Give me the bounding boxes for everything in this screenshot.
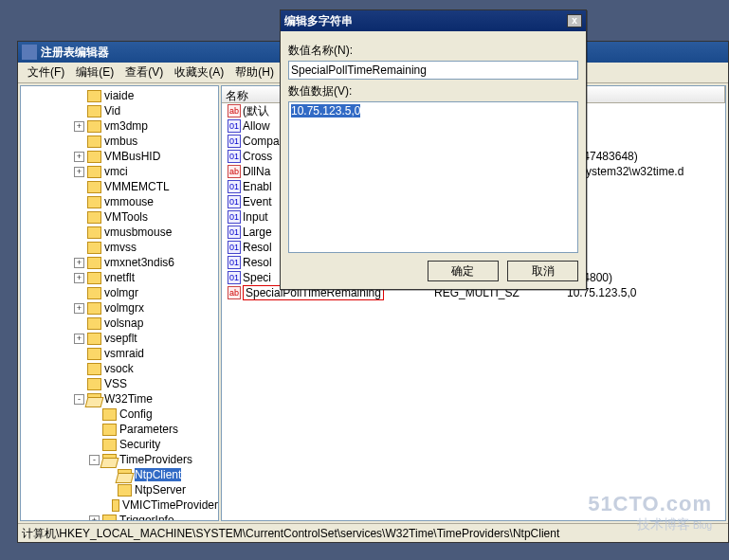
value-data: (1) [563,210,725,224]
tree-label: vsepflt [104,332,137,345]
tree-item[interactable]: volsnap [21,316,218,331]
tree-item[interactable]: Security [21,437,218,452]
expand-icon[interactable]: + [74,273,84,283]
folder-icon [118,484,132,497]
folder-icon [87,242,101,254]
expand-icon[interactable]: + [74,152,84,162]
expand-icon[interactable]: + [74,121,84,132]
cancel-button[interactable]: 取消 [507,261,578,281]
tree-item[interactable]: +vmxnet3ndis6 [21,255,218,270]
menu-edit[interactable]: 编辑(E) [70,63,119,82]
folder-icon [87,393,101,406]
tree-item[interactable]: vmmouse [21,194,218,209]
value-name: Cross [243,150,272,163]
expand-icon[interactable]: + [74,258,84,268]
collapse-icon[interactable]: - [89,455,100,465]
tree-item[interactable]: vsmraid [21,346,218,361]
tree-label: NtpClient [135,468,181,481]
value-data: (2147483648) [563,150,725,163]
menu-file[interactable]: 文件(F) [22,63,70,82]
folder-icon [87,151,101,163]
registry-tree[interactable]: viaideVid+vm3dmpvmbus+VMBusHID+vmciVMMEM… [20,85,219,521]
value-data: (1) [563,195,725,208]
tree-item[interactable]: Parameters [21,422,218,437]
tree-label: VMICTimeProvider [122,498,218,512]
tree-item[interactable]: vmvss [21,240,218,255]
tree-item[interactable]: +vmci [21,164,218,179]
tree-item[interactable]: +VMBusHID [21,149,218,164]
tree-label: vsmraid [104,347,144,360]
tree-item[interactable]: +TriggerInfo [21,513,218,521]
tree-item[interactable]: vmbus [21,134,218,149]
value-name: Resol [243,256,272,269]
value-data: %\system32\w32time.d [563,165,725,178]
folder-icon [87,211,101,224]
collapse-icon[interactable]: - [74,394,84,405]
menu-help[interactable]: 帮助(H) [229,63,280,82]
expand-icon[interactable]: + [74,167,84,177]
tree-item[interactable]: Config [21,406,218,422]
folder-icon [87,287,101,299]
value-name: Enabl [243,180,272,193]
expand-icon[interactable]: + [74,334,84,344]
menu-favorites[interactable]: 收藏夹(A) [169,63,229,82]
tree-item[interactable]: VMMEMCTL [21,179,218,194]
value-name: Resol [243,241,272,254]
value-name: Speci [243,271,271,284]
string-value-icon: ab [228,165,241,178]
binary-value-icon: 01 [228,210,241,224]
value-name-input[interactable] [288,61,578,80]
tree-item[interactable]: Vid [21,103,218,118]
tree-item[interactable]: +vsepflt [21,331,218,346]
value-name: Event [243,195,272,208]
string-value-icon: ab [228,104,241,117]
tree-item[interactable]: volmgr [21,285,218,300]
expand-icon[interactable]: + [89,515,100,522]
dialog-titlebar[interactable]: 编辑多字符串 x [281,10,586,31]
folder-icon [87,120,101,133]
tree-label: vnetflt [104,271,135,284]
binary-value-icon: 01 [228,226,241,239]
tree-item[interactable]: vmusbmouse [21,225,218,240]
folder-icon [87,90,101,102]
value-data: (604800) [563,271,725,284]
tree-label: volmgrx [104,301,144,315]
string-value-icon: ab [228,286,241,299]
tree-item[interactable]: NtpServer [21,482,218,497]
tree-item[interactable]: vsock [21,361,218,376]
col-data[interactable] [563,86,725,102]
tree-item[interactable]: VMICTimeProvider [21,497,218,513]
dialog-title: 编辑多字符串 [284,13,567,29]
tree-item[interactable]: +volmgrx [21,300,218,316]
tree-item[interactable]: NtpClient [21,467,218,482]
value-data: (1) [563,119,725,133]
tree-label: W32Time [104,392,153,406]
tree-label: vm3dmp [104,119,148,133]
folder-icon [87,378,101,390]
value-data: (3) [563,226,725,239]
tree-item[interactable]: viaide [21,88,218,103]
tree-item[interactable]: VMTools [21,209,218,225]
tree-item[interactable]: +vnetflt [21,270,218,285]
tree-item[interactable]: +vm3dmp [21,118,218,134]
value-name: DllNa [243,165,270,178]
value-data: (1) [563,135,725,148]
tree-label: vmvss [104,241,137,254]
folder-icon [102,424,117,436]
ok-button[interactable]: 确定 [428,261,499,281]
binary-value-icon: 01 [228,180,241,193]
close-icon[interactable]: x [567,14,582,27]
tree-label: Security [119,438,160,451]
menu-view[interactable]: 查看(V) [119,63,169,82]
folder-icon [87,166,101,178]
binary-value-icon: 01 [228,195,241,208]
binary-value-icon: 01 [228,256,241,269]
value-data-textarea[interactable]: 10.75.123.5,0 [288,101,578,253]
tree-item[interactable]: -W32Time [21,391,218,406]
expand-icon[interactable]: + [74,303,84,314]
tree-label: TimeProviders [119,453,192,466]
binary-value-icon: 01 [228,271,241,284]
tree-item[interactable]: VSS [21,376,218,391]
value-name: (默认 [243,103,269,119]
tree-item[interactable]: -TimeProviders [21,452,218,467]
